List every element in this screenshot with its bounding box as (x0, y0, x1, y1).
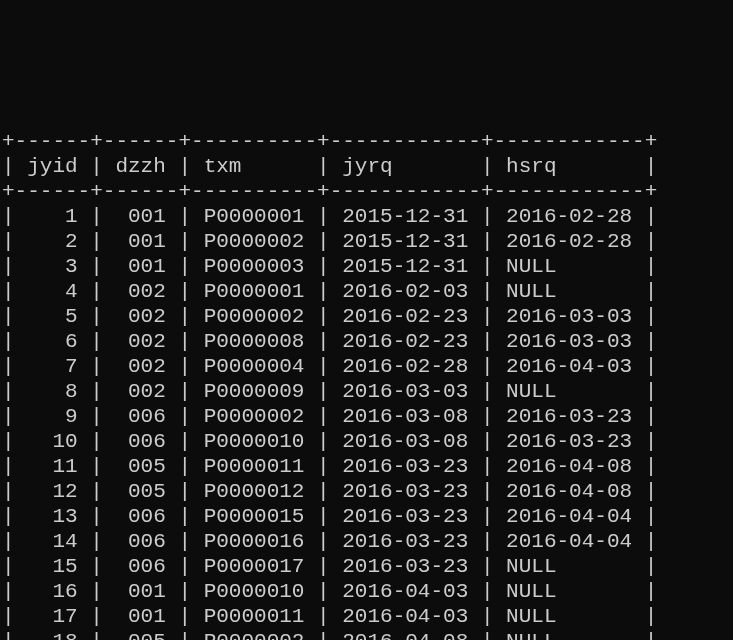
sql-result-table: +------+------+----------+------------+-… (0, 125, 733, 640)
